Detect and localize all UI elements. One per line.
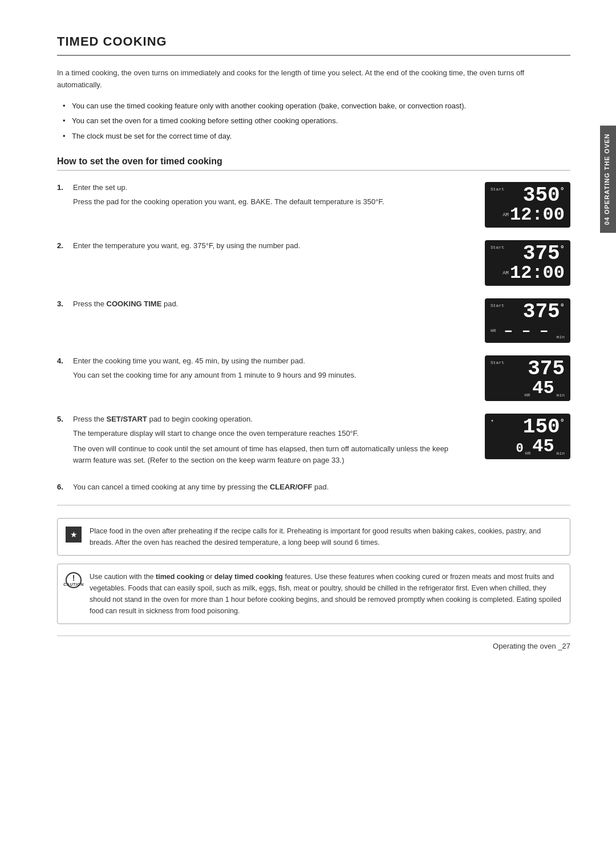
step-5-oven-display: • 150° 0 HR 45 min <box>485 414 570 459</box>
step-6-number: 6. <box>57 481 73 491</box>
step-5-min: min <box>557 451 565 456</box>
step-2-am: AM <box>502 270 509 276</box>
step-2-row: 2. Enter the temperature you want, eg. 3… <box>57 240 570 286</box>
side-tab: 04 OPERATING THE OVEN <box>600 126 616 233</box>
step-1-time: 12:00 <box>510 206 565 224</box>
step-2-content: Enter the temperature you want, eg. 375°… <box>73 240 479 254</box>
step-1-content: Enter the set up. Press the pad for the … <box>73 182 479 211</box>
step-5-degree-top: • <box>491 418 494 424</box>
step-1-label: Enter the set up. <box>73 182 468 194</box>
step-1-display: Start 350° AM 12:00 <box>479 182 570 228</box>
caution-label: CAUTION <box>63 582 83 586</box>
step-5-display: • 150° 0 HR 45 min <box>479 414 570 459</box>
step-4-min: min <box>557 392 565 398</box>
step-3-min: min <box>557 334 565 339</box>
bullet-3: The clock must be set for the correct ti… <box>63 131 570 143</box>
step-6-content: You can cancel a timed cooking at any ti… <box>73 481 479 496</box>
step-1-number: 1. <box>57 182 73 192</box>
page-title: TIMED COOKING <box>57 34 570 56</box>
step-6-row: 6. You can cancel a timed cooking at any… <box>57 481 570 505</box>
step-2-start-label: Start <box>491 245 504 250</box>
step-5-hr: HR <box>525 451 531 456</box>
step-3-label: Press the COOKING TIME pad. <box>73 298 468 310</box>
step-5-row: 5. Press the SET/START pad to begin cook… <box>57 414 570 469</box>
step-4-hr: HR <box>525 392 530 398</box>
step-4-start-label: Start <box>491 360 504 365</box>
bullet-2: You can set the oven for a timed cooking… <box>63 115 570 127</box>
step-3-content: Press the COOKING TIME pad. <box>73 298 479 313</box>
footer-text: Operating the oven _27 <box>493 642 570 650</box>
step-1-am: AM <box>502 212 509 218</box>
step-4-number: 4. <box>57 355 73 365</box>
step-5-label: Press the SET/START pad to begin cooking… <box>73 414 468 426</box>
step-1-oven-display: Start 350° AM 12:00 <box>485 182 570 228</box>
steps-area: 1. Enter the set up. Press the pad for t… <box>57 182 570 505</box>
step-4-display: Start 375 HR 45 min <box>479 355 570 401</box>
caution-box: ! CAUTION Use caution with the timed coo… <box>57 564 570 624</box>
page-container: 04 OPERATING THE OVEN TIMED COOKING In a… <box>0 0 616 685</box>
step-4-sub: You can set the cooking time for any amo… <box>73 370 468 382</box>
step-2-temp: 375° <box>523 244 565 264</box>
step-5-number: 5. <box>57 414 73 423</box>
step-3-start-label: Start <box>491 303 504 308</box>
step-6-label: You can cancel a timed cooking at any ti… <box>73 481 468 493</box>
step-1-sub: Press the pad for the cooking operation … <box>73 196 468 208</box>
step-2-display: Start 375° AM 12:00 <box>479 240 570 286</box>
step-2-time: 12:00 <box>510 264 565 282</box>
step-3-number: 3. <box>57 298 73 308</box>
step-1-temp: 350° <box>523 185 565 206</box>
step-4-content: Enter the cooking time you want, eg. 45 … <box>73 355 479 384</box>
step-3-display: Start 375° HR – – – min <box>479 298 570 343</box>
note-box: ★ Place food in the oven after preheatin… <box>57 518 570 556</box>
step-3-oven-display: Start 375° HR – – – min <box>485 298 570 343</box>
bullet-1: You can use the timed cooking feature on… <box>63 100 570 112</box>
step-4-oven-display: Start 375 HR 45 min <box>485 355 570 401</box>
star-icon: ★ <box>66 527 82 543</box>
caution-text: Use caution with the timed cooking or de… <box>90 571 562 617</box>
note-text: Place food in the oven after preheating … <box>90 525 562 548</box>
footer: Operating the oven _27 <box>57 635 570 650</box>
caution-icon: ! CAUTION <box>66 572 82 588</box>
step-1-row: 1. Enter the set up. Press the pad for t… <box>57 182 570 228</box>
step-5-sub2: The oven will continue to cook until the… <box>73 443 468 467</box>
step-5-hr-val: 0 <box>516 442 523 456</box>
step-2-label: Enter the temperature you want, eg. 375°… <box>73 240 468 252</box>
step-1-start-label: Start <box>491 187 504 192</box>
step-4-label: Enter the cooking time you want, eg. 45 … <box>73 355 468 367</box>
step-3-dashes: – – – <box>504 322 549 339</box>
step-2-number: 2. <box>57 240 73 250</box>
step-5-content: Press the SET/START pad to begin cooking… <box>73 414 479 469</box>
step-4-row: 4. Enter the cooking time you want, eg. … <box>57 355 570 401</box>
step-5-temp: 150° <box>523 417 565 438</box>
step-3-hr: HR <box>491 328 496 333</box>
section-heading: How to set the oven for timed cooking <box>57 156 570 171</box>
step-2-oven-display: Start 375° AM 12:00 <box>485 240 570 286</box>
step-3-row: 3. Press the COOKING TIME pad. Start 375… <box>57 298 570 343</box>
step-4-time: 45 <box>532 379 554 398</box>
step-3-temp: 375° <box>523 302 565 322</box>
intro-bullets: You can use the timed cooking feature on… <box>57 100 570 143</box>
step-5-time: 45 <box>532 438 554 456</box>
step-4-temp: 375 <box>528 359 565 379</box>
intro-paragraph: In a timed cooking, the oven turns on im… <box>57 67 570 91</box>
step-5-sub1: The temperature display will start to ch… <box>73 428 468 440</box>
